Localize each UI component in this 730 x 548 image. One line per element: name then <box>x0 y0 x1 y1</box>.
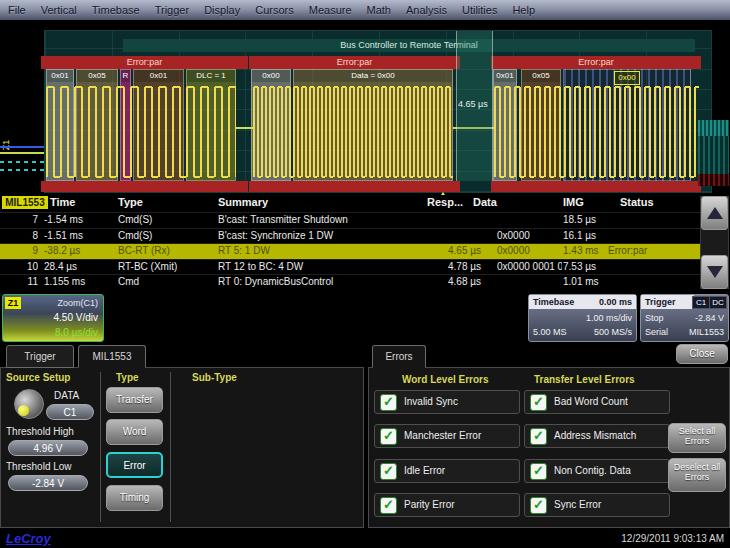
oscilloscope-screen: File Vertical Timebase Trigger Display C… <box>0 0 730 548</box>
type-timing-button[interactable]: Timing <box>106 485 163 511</box>
channel-indicator-line <box>0 146 44 148</box>
checkbox-checked-icon[interactable]: ✓ <box>530 428 547 445</box>
menu-analysis[interactable]: Analysis <box>406 4 447 16</box>
source-data-label: DATA <box>54 390 79 401</box>
type-error-button[interactable]: Error <box>106 452 163 478</box>
timebase-samplerate: 500 MS/s <box>594 326 632 339</box>
bus-noise-trace <box>698 120 729 136</box>
menu-bar: File Vertical Timebase Trigger Display C… <box>0 0 730 20</box>
checkbox-checked-icon[interactable]: ✓ <box>380 463 397 480</box>
tab-mil1553[interactable]: MIL1553 <box>78 345 146 368</box>
checkbox-checked-icon[interactable]: ✓ <box>380 394 397 411</box>
panel-divider <box>170 372 171 522</box>
table-row[interactable]: 1028.4 µs RT-BC (Xmit)RT 12 to BC: 4 DW … <box>0 259 700 276</box>
source-knob[interactable] <box>14 389 44 419</box>
error-band-bottom <box>491 181 701 192</box>
dashed-cursor-stub-2 <box>0 169 44 171</box>
table-row[interactable]: 7-1.54 ms Cmd(S)B'cast: Transmitter Shut… <box>0 212 700 229</box>
trace-stub <box>0 152 44 154</box>
checkbox-bad-word-count[interactable]: ✓ Bad Word Count <box>524 390 670 414</box>
col-img: IMG <box>563 196 584 208</box>
timebase-scale: 1.00 ms/div <box>586 312 632 325</box>
checkbox-checked-icon[interactable]: ✓ <box>530 463 547 480</box>
trigger-mode: Stop <box>645 313 664 323</box>
close-button[interactable]: Close <box>676 344 728 364</box>
threshold-high-field[interactable]: 4.96 V <box>8 440 88 456</box>
scroll-up-button[interactable] <box>701 196 728 230</box>
table-row-selected[interactable]: 9-38.2 µs BC-RT (Rx)RT 5: 1 DW 4.65 µs0x… <box>0 243 700 260</box>
waveform-grid[interactable]: Bus Controller to Remote Terminal Error:… <box>44 30 712 193</box>
checkbox-manchester-error[interactable]: ✓ Manchester Error <box>374 424 520 448</box>
type-word-button[interactable]: Word <box>106 419 163 445</box>
menu-cursors[interactable]: Cursors <box>255 4 294 16</box>
checkbox-checked-icon[interactable]: ✓ <box>530 497 547 514</box>
menu-utilities[interactable]: Utilities <box>462 4 497 16</box>
checkbox-non-contig-data[interactable]: ✓ Non Contig. Data <box>524 459 670 483</box>
threshold-low-field[interactable]: -2.84 V <box>8 475 88 491</box>
waveform-trace <box>494 85 699 179</box>
select-all-errors-button[interactable]: Select all Errors <box>668 423 726 453</box>
protocol-badge: MIL1553 <box>2 196 48 209</box>
source-setup-header: Source Setup <box>6 372 70 383</box>
checkbox-checked-icon[interactable]: ✓ <box>530 394 547 411</box>
checkbox-address-mismatch[interactable]: ✓ Address Mismatch <box>524 424 670 448</box>
waveform-trace <box>253 85 453 179</box>
decode-title: Bus Controller to Remote Terminal <box>123 39 695 52</box>
waveform-trace <box>46 85 236 179</box>
table-row[interactable]: 8-1.51 ms Cmd(S)B'cast: Synchronize 1 DW… <box>0 228 700 245</box>
menu-help[interactable]: Help <box>512 4 535 16</box>
timebase-offset: 0.00 ms <box>599 295 632 309</box>
trigger-coupling-badge: DC <box>709 296 727 309</box>
checkbox-checked-icon[interactable]: ✓ <box>380 428 397 445</box>
trigger-protocol: MIL1553 <box>689 326 724 339</box>
table-row[interactable]: 111.155 ms CmdRT 0: DynamicBusControl 4.… <box>0 274 700 291</box>
checkbox-sync-error[interactable]: ✓ Sync Error <box>524 493 670 517</box>
table-header: MIL1553 Time Type Summary Resp... Data I… <box>0 195 700 211</box>
timebase-points: 5.00 MS <box>533 327 567 337</box>
col-data: Data <box>473 196 497 208</box>
timebase-descriptor-box[interactable]: Timebase 0.00 ms 1.00 ms/div 5.00 MS 500… <box>528 294 637 342</box>
trigger-descriptor-box[interactable]: Trigger C1 DC Stop -2.84 V Serial MIL155… <box>640 294 729 342</box>
menu-trigger[interactable]: Trigger <box>155 4 189 16</box>
panel-divider <box>100 372 101 522</box>
trigger-kind: Serial <box>645 327 668 337</box>
zoom-horizontal-scale: 8.0 µs/div <box>55 327 98 338</box>
type-transfer-button[interactable]: Transfer <box>106 387 163 413</box>
timebase-label: Timebase <box>533 297 574 307</box>
col-resp: Resp... <box>427 196 463 208</box>
error-band: Error:par <box>491 56 701 69</box>
menu-math[interactable]: Math <box>367 4 391 16</box>
menu-timebase[interactable]: Timebase <box>92 4 140 16</box>
menu-measure[interactable]: Measure <box>309 4 352 16</box>
col-type: Type <box>118 196 143 208</box>
checkbox-checked-icon[interactable]: ✓ <box>380 497 397 514</box>
error-band-bottom <box>249 181 460 192</box>
scroll-down-button[interactable] <box>701 255 728 289</box>
checkbox-invalid-sync[interactable]: ✓ Invalid Sync <box>374 390 520 414</box>
menu-vertical[interactable]: Vertical <box>41 4 77 16</box>
checkbox-parity-error[interactable]: ✓ Parity Error <box>374 493 520 517</box>
tab-trigger[interactable]: Trigger <box>6 345 74 368</box>
deselect-all-errors-button[interactable]: Deselect all Errors <box>668 458 726 492</box>
datetime-display: 12/29/2011 9:03:13 AM <box>621 533 724 544</box>
col-time: Time <box>50 196 75 208</box>
zoom-descriptor-box[interactable]: Z1 Zoom(C1) 4.50 V/div 8.0 µs/div <box>2 294 104 342</box>
error-band: Error:par <box>249 56 460 69</box>
type-header: Type <box>116 372 139 383</box>
trigger-source-badge: C1 <box>692 296 710 309</box>
menu-display[interactable]: Display <box>204 4 240 16</box>
source-channel-field[interactable]: C1 <box>46 404 94 420</box>
threshold-high-label: Threshold High <box>6 426 74 437</box>
tab-errors[interactable]: Errors <box>372 345 426 368</box>
waveform-area[interactable]: Z1 Bus Controller to Remote Terminal Err… <box>0 28 730 195</box>
arrow-up-icon <box>707 207 723 219</box>
word-level-errors-header: Word Level Errors <box>402 374 489 385</box>
lecroy-logo: LeCroy <box>6 531 51 546</box>
error-band-bottom <box>41 181 248 192</box>
arrow-down-icon <box>707 266 723 278</box>
zoom-channel-chip: Z1 <box>5 297 21 309</box>
menu-file[interactable]: File <box>8 4 26 16</box>
checkbox-idle-error[interactable]: ✓ Idle Error <box>374 459 520 483</box>
trigger-level: -2.84 V <box>695 312 724 325</box>
response-time-annotation: 4.65 µs <box>458 99 488 109</box>
